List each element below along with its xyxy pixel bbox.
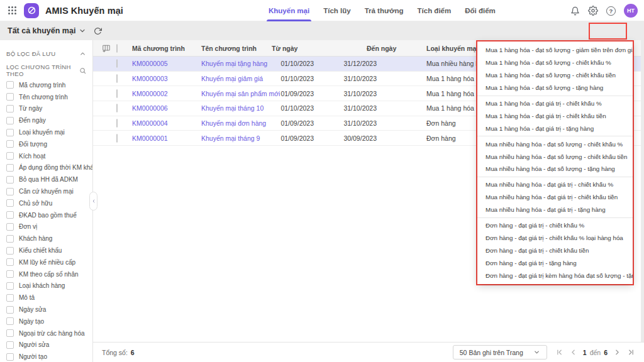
column-settings-icon[interactable] [102,44,116,53]
checkbox[interactable] [6,152,14,160]
tab-tich-luy[interactable]: Tích lũy [323,0,350,21]
row-checkbox[interactable] [116,104,118,112]
menu-item[interactable]: Mua 1 hàng hóa - đạt số lượng - tặng hàn… [477,82,633,94]
menu-item[interactable]: Mua 1 hàng hóa - đạt giá trị - tặng hàng [477,122,633,134]
saved-filters-header[interactable]: BỘ LỌC ĐÃ LƯU [6,47,86,60]
tab-khuyen-mai[interactable]: Khuyến mại [269,0,309,21]
row-name-link[interactable]: Khuyến mại sản phẩm mới [201,90,267,97]
gear-icon[interactable] [588,6,598,16]
checkbox[interactable] [6,129,14,136]
menu-item[interactable]: Đơn hàng - đạt giá trị - chiết khấu % lo… [477,231,633,244]
checkbox[interactable] [6,353,14,361]
pagination-prev-icon[interactable] [569,348,577,356]
filter-item[interactable]: ĐKAD bao gồm thuế [6,209,86,221]
row-code-link[interactable]: KM0000003 [132,75,201,82]
filter-item[interactable]: Đơn vị [6,221,86,233]
filter-item[interactable]: Áp dụng đồng thời KM khác [6,162,86,174]
checkbox[interactable] [6,211,14,219]
row-code-link[interactable]: KM0000004 [132,119,201,127]
column-header-name[interactable]: Tên chương trình [201,45,267,52]
checkbox[interactable] [6,117,14,124]
filter-item[interactable]: KM theo cấp số nhân [6,268,86,280]
filter-item[interactable]: Mô tả [6,292,86,304]
filter-item[interactable]: Bỏ qua HH đã ADKM [6,173,86,185]
filter-item[interactable]: Mã chương trình [6,79,86,91]
menu-item[interactable]: Đơn hàng - đạt giá trị - tặng hàng [477,256,633,269]
filter-item[interactable]: Ngoại trừ các hàng hóa [6,327,86,339]
menu-item[interactable]: Mua nhiều hàng hóa - đạt giá trị - chiết… [477,178,633,191]
row-checkbox[interactable] [116,134,118,143]
menu-item[interactable]: Mua nhiều hàng hóa - đạt số lượng - tặng… [477,163,633,175]
row-checkbox[interactable] [116,119,118,128]
checkbox[interactable] [6,105,14,112]
column-header-code[interactable]: Mã chương trình [132,45,201,52]
menu-item[interactable]: Đơn hàng - đạt giá trị kèm hàng hóa đạt … [477,269,633,282]
checkbox[interactable] [6,140,14,148]
filter-item[interactable]: Loại khách hàng [6,280,86,292]
menu-item[interactable]: Mua 1 hàng hóa - đạt giá trị - chiết khấ… [477,97,633,110]
menu-item[interactable]: Đơn hàng - đạt giá trị - chiết khấu tiền [477,244,633,256]
vertical-scrollbar[interactable] [641,40,644,342]
checkbox[interactable] [6,329,14,337]
menu-item[interactable]: Mua nhiều hàng hóa - đạt số lượng - chiế… [477,150,633,163]
checkbox[interactable] [6,306,14,314]
filter-item[interactable]: Kiểu chiết khấu [6,244,86,256]
row-code-link[interactable]: KM0000001 [132,134,201,142]
checkbox[interactable] [6,282,14,290]
menu-item[interactable]: Mua nhiều hàng hóa - đạt số lượng - chiế… [477,138,633,150]
menu-item[interactable]: Đơn hàng - đạt giá trị - chiết khấu % [477,219,633,232]
filter-item[interactable]: KM lũy kế nhiều cấp [6,256,86,268]
menu-item[interactable]: Mua 1 hàng hóa - đạt giá trị - chiết khấ… [477,109,633,122]
app-launcher-grid-icon[interactable] [8,6,16,14]
checkbox[interactable] [6,176,14,184]
pagination-next-icon[interactable] [613,348,621,356]
filter-item[interactable]: Kích hoạt [6,150,86,162]
column-header-to[interactable]: Đến ngày [314,45,377,52]
filter-item[interactable]: Tên chương trình [6,91,86,103]
filter-item[interactable]: Người sửa [6,339,86,351]
row-checkbox[interactable] [116,89,118,98]
search-icon[interactable] [79,67,86,74]
row-checkbox[interactable] [116,74,118,83]
filter-item[interactable]: Chủ sở hữu [6,197,86,209]
tab-tich-diem[interactable]: Tích điểm [418,0,452,21]
avatar[interactable]: HT [624,4,638,18]
filter-item[interactable]: Từ ngày [6,103,86,115]
tab-tra-thuong[interactable]: Trả thưởng [365,0,404,21]
sidebar-collapse-button[interactable] [89,192,97,211]
menu-item[interactable]: Mua 1 hàng hóa - đạt số lượng - giảm tiề… [477,44,633,57]
row-name-link[interactable]: Khuyến mại tháng 9 [201,134,267,142]
filter-item[interactable]: Ngày tạo [6,315,86,327]
menu-item[interactable]: Mua 1 hàng hóa - đạt số lượng - chiết kh… [477,69,633,82]
column-header-from[interactable]: Từ ngày [267,45,314,52]
menu-item[interactable]: Mua nhiều hàng hóa - đạt giá trị - chiết… [477,191,633,204]
checkbox[interactable] [6,235,14,243]
refresh-icon[interactable] [94,27,102,35]
row-code-link[interactable]: KM0000005 [132,60,201,67]
menu-item[interactable]: Mua 1 hàng hóa - đạt số lượng - chiết kh… [477,57,633,69]
filter-item[interactable]: Ngày sửa [6,304,86,315]
select-all-checkbox[interactable] [116,44,118,53]
row-code-link[interactable]: KM0000002 [132,90,201,97]
menu-item[interactable]: Mua nhiều hàng hóa - đạt giá trị - tặng … [477,204,633,216]
view-selector-dropdown[interactable]: Tất cả khuyến mại [8,26,86,35]
filter-item[interactable]: Căn cứ khuyến mại [6,185,86,197]
filter-item[interactable]: Người tạo [6,351,86,362]
page-size-select[interactable]: 50 Bản ghi trên Trang [453,345,547,359]
help-icon[interactable]: ? [606,6,616,16]
checkbox[interactable] [6,81,14,89]
checkbox[interactable] [6,317,14,325]
row-name-link[interactable]: Khuyến mại tháng 10 [201,104,267,112]
row-checkbox[interactable] [116,59,118,68]
checkbox[interactable] [6,188,14,195]
checkbox[interactable] [6,164,14,172]
row-name-link[interactable]: Khuyến mại đơn hàng [201,119,267,127]
bell-icon[interactable] [570,6,580,16]
checkbox[interactable] [6,199,14,207]
checkbox[interactable] [6,223,14,231]
checkbox[interactable] [6,270,14,278]
checkbox[interactable] [6,258,14,266]
tab-doi-diem[interactable]: Đổi điểm [465,0,496,21]
checkbox[interactable] [6,294,14,302]
checkbox[interactable] [6,93,14,101]
